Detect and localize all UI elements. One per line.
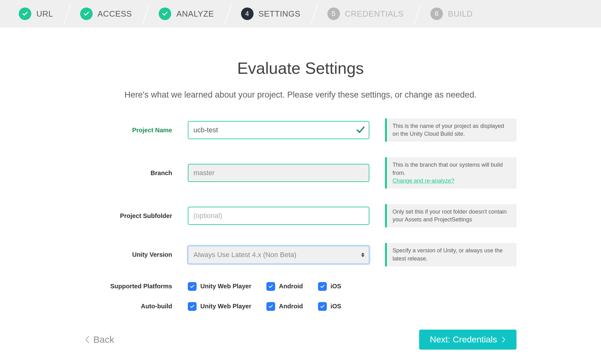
field-project-name [188,121,369,139]
checkbox-icon [188,302,197,311]
step-number: 6 [430,8,443,20]
cb-label: Android [279,283,303,290]
field-branch [188,164,369,182]
cb-autobuild-webplayer[interactable]: Unity Web Player [188,302,251,311]
step-settings[interactable]: 4 SETTINGS [229,0,315,28]
check-icon [159,8,171,20]
project-name-input[interactable] [188,121,369,139]
step-label: URL [36,9,53,19]
row-project-name: Project Name This is the name of your pr… [85,119,516,142]
unity-version-select[interactable] [188,246,369,264]
step-access[interactable]: ACCESS [68,0,146,28]
reanalyze-link[interactable]: Change and re-analyze? [393,177,511,185]
step-label: CREDENTIALS [345,9,404,19]
row-branch: Branch This is the branch that our syste… [85,157,516,189]
page-subtitle: Here's what we learned about your projec… [85,90,516,100]
label-auto-build: Auto-build [85,303,172,310]
note-subfolder: Only set this if your root folder doesn'… [385,204,516,227]
step-number: 4 [241,8,254,20]
step-analyze[interactable]: ANALYZE [146,0,228,28]
step-credentials[interactable]: 5 CREDENTIALS [315,0,418,28]
label-unity-version: Unity Version [85,251,172,258]
step-label: BUILD [448,9,473,19]
updown-icon [361,253,364,257]
cb-label: iOS [331,283,341,290]
checkbox-icon [318,302,327,311]
step-label: ANALYZE [176,9,214,19]
field-unity-version [188,246,369,264]
page-title: Evaluate Settings [85,59,516,78]
auto-build-group: Unity Web Player Android iOS [188,302,341,311]
check-icon [80,8,93,20]
cb-label: Unity Web Player [200,303,251,310]
back-button-label: Back [93,334,114,345]
branch-input[interactable] [188,164,369,182]
subfolder-input[interactable] [188,207,369,225]
check-icon [356,126,365,134]
back-button[interactable]: Back [85,334,114,345]
check-icon [19,8,31,20]
main-content: Evaluate Settings Here's what we learned… [72,59,529,311]
cb-platform-ios[interactable]: iOS [318,282,341,291]
footer: Back Next: Credentials [72,330,529,350]
label-supported-platforms: Supported Platforms [85,283,172,290]
step-url[interactable]: URL [6,0,68,28]
row-unity-version: Unity Version Specify a version of Unity… [85,243,516,266]
cb-platform-webplayer[interactable]: Unity Web Player [188,282,251,291]
field-subfolder [188,207,369,225]
row-supported-platforms: Supported Platforms Unity Web Player And… [85,282,516,291]
cb-label: iOS [331,303,341,310]
row-auto-build: Auto-build Unity Web Player Android iOS [85,302,516,311]
checkbox-icon [188,282,197,291]
cb-platform-android[interactable]: Android [266,282,303,291]
note-unity-version: Specify a version of Unity, or always us… [385,243,516,266]
checkbox-icon [318,282,327,291]
next-button-label: Next: Credentials [430,335,497,345]
note-branch: This is the branch that our systems will… [385,157,516,189]
checkbox-icon [266,302,275,311]
cb-autobuild-ios[interactable]: iOS [318,302,341,311]
cb-label: Android [279,303,303,310]
note-project-name: This is the name of your project as disp… [385,119,516,142]
next-button[interactable]: Next: Credentials [419,330,516,350]
checkbox-icon [266,282,275,291]
label-project-name: Project Name [85,127,172,134]
label-subfolder: Project Subfolder [85,212,172,220]
cb-label: Unity Web Player [200,283,251,290]
step-number: 5 [327,8,340,20]
label-branch: Branch [85,169,172,177]
stepper: URL ACCESS ANALYZE 4 SETTINGS 5 CREDENTI… [0,0,601,28]
step-label: SETTINGS [259,9,300,19]
row-subfolder: Project Subfolder Only set this if your … [85,204,516,227]
cb-autobuild-android[interactable]: Android [266,302,303,311]
supported-platforms-group: Unity Web Player Android iOS [188,282,341,291]
chevron-right-icon [501,336,506,343]
step-label: ACCESS [98,9,132,19]
chevron-left-icon [85,335,90,344]
note-branch-text: This is the branch that our systems will… [393,161,511,177]
step-build[interactable]: 6 BUILD [418,0,487,28]
